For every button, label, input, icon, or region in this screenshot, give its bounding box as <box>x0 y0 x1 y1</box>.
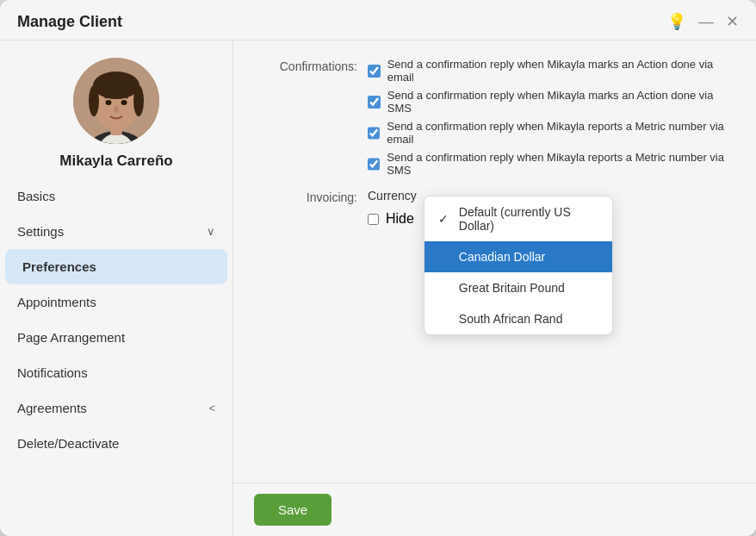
sidebar-item-settings-label: Settings <box>17 224 64 239</box>
sidebar: Mikayla Carreño Basics Settings ∨ Prefer… <box>0 41 233 536</box>
hide-row: Hide <box>368 211 424 227</box>
dropdown-option-usd[interactable]: ✓ Default (currently US Dollar) <box>424 196 612 241</box>
svg-point-9 <box>121 100 127 105</box>
sidebar-item-appointments[interactable]: Appointments <box>0 284 232 320</box>
sidebar-item-agreements-label: Agreements <box>17 401 87 415</box>
hide-label: Hide <box>386 211 414 227</box>
sidebar-item-preferences[interactable]: Preferences <box>5 249 227 284</box>
bottom-bar: Save <box>233 483 756 536</box>
hide-checkbox[interactable] <box>368 214 379 225</box>
currency-label: Currency <box>368 189 417 203</box>
minimize-icon[interactable]: — <box>698 13 714 31</box>
sidebar-item-notifications[interactable]: Notifications <box>0 355 232 390</box>
sidebar-item-settings[interactable]: Settings ∨ <box>0 214 232 249</box>
checkbox-2-label: Send a confirmation reply when Mikayla m… <box>387 89 735 115</box>
window-title: Manage Client <box>17 13 122 31</box>
avatar <box>73 58 159 144</box>
content-area: Mikayla Carreño Basics Settings ∨ Prefer… <box>0 41 756 536</box>
svg-point-7 <box>133 85 144 116</box>
save-button[interactable]: Save <box>254 494 332 526</box>
sidebar-item-basics[interactable]: Basics <box>0 178 232 214</box>
svg-point-10 <box>114 106 119 113</box>
confirmations-row: Confirmations: Send a confirmation reply… <box>254 58 735 177</box>
window-controls: 💡 — ✕ <box>667 12 739 31</box>
dropdown-option-cad[interactable]: Canadian Dollar <box>424 241 612 272</box>
sidebar-item-delete-deactivate[interactable]: Delete/Deactivate <box>0 426 232 461</box>
checkbox-2[interactable] <box>368 96 381 109</box>
manage-client-window: Manage Client 💡 — ✕ <box>0 0 756 536</box>
title-bar: Manage Client 💡 — ✕ <box>0 0 756 41</box>
close-icon[interactable]: ✕ <box>726 12 739 31</box>
avatar-section: Mikayla Carreño <box>0 41 232 178</box>
sidebar-item-preferences-label: Preferences <box>22 259 96 274</box>
sidebar-item-notifications-label: Notifications <box>17 365 88 380</box>
gbp-label: Great Britain Pound <box>459 281 565 295</box>
usd-checkmark: ✓ <box>438 212 452 226</box>
checkbox-3[interactable] <box>368 127 380 140</box>
client-name: Mikayla Carreño <box>59 153 172 170</box>
checkbox-row-2[interactable]: Send a confirmation reply when Mikayla m… <box>368 89 735 115</box>
cad-label: Canadian Dollar <box>459 250 545 264</box>
usd-label: Default (currently US Dollar) <box>459 205 598 233</box>
checkbox-4[interactable] <box>368 158 380 171</box>
lightbulb-icon[interactable]: 💡 <box>667 12 686 31</box>
svg-point-6 <box>89 85 99 116</box>
main-panel: Confirmations: Send a confirmation reply… <box>233 41 756 483</box>
invoicing-row: Invoicing: Currency ✓ Default (currently… <box>254 189 735 227</box>
checkbox-row-3[interactable]: Send a confirmation reply when Mikayla r… <box>368 120 735 146</box>
confirmations-checkboxes: Send a confirmation reply when Mikayla m… <box>368 58 735 177</box>
checkbox-4-label: Send a confirmation reply when Mikayla r… <box>387 151 735 177</box>
checkbox-row-1[interactable]: Send a confirmation reply when Mikayla m… <box>368 58 735 84</box>
dropdown-option-zar[interactable]: South African Rand <box>424 303 612 334</box>
chevron-left-icon: < <box>208 402 215 414</box>
sidebar-item-page-arrangement-label: Page Arrangement <box>17 330 125 345</box>
checkbox-1[interactable] <box>368 65 381 78</box>
chevron-down-icon: ∨ <box>207 225 215 238</box>
checkbox-row-4[interactable]: Send a confirmation reply when Mikayla r… <box>368 151 735 177</box>
checkbox-3-label: Send a confirmation reply when Mikayla r… <box>387 120 735 146</box>
sidebar-item-appointments-label: Appointments <box>17 295 96 309</box>
invoicing-label: Invoicing: <box>254 189 357 204</box>
currency-dropdown-menu: ✓ Default (currently US Dollar) Canadian… <box>424 196 613 335</box>
sidebar-item-agreements[interactable]: Agreements < <box>0 390 232 426</box>
sidebar-item-basics-label: Basics <box>17 189 55 203</box>
checkbox-1-label: Send a confirmation reply when Mikayla m… <box>387 58 735 84</box>
nav-section: Basics Settings ∨ Preferences Appointmen… <box>0 178 232 461</box>
svg-point-8 <box>106 100 112 105</box>
invoicing-content: Currency ✓ Default (currently US Dollar) <box>368 189 424 227</box>
zar-label: South African Rand <box>459 312 563 326</box>
dropdown-option-gbp[interactable]: Great Britain Pound <box>424 272 612 303</box>
sidebar-item-page-arrangement[interactable]: Page Arrangement <box>0 320 232 355</box>
svg-point-5 <box>93 72 139 99</box>
confirmations-label: Confirmations: <box>254 58 357 73</box>
sidebar-item-delete-deactivate-label: Delete/Deactivate <box>17 436 119 451</box>
currency-row: Currency ✓ Default (currently US Dollar) <box>368 189 424 203</box>
